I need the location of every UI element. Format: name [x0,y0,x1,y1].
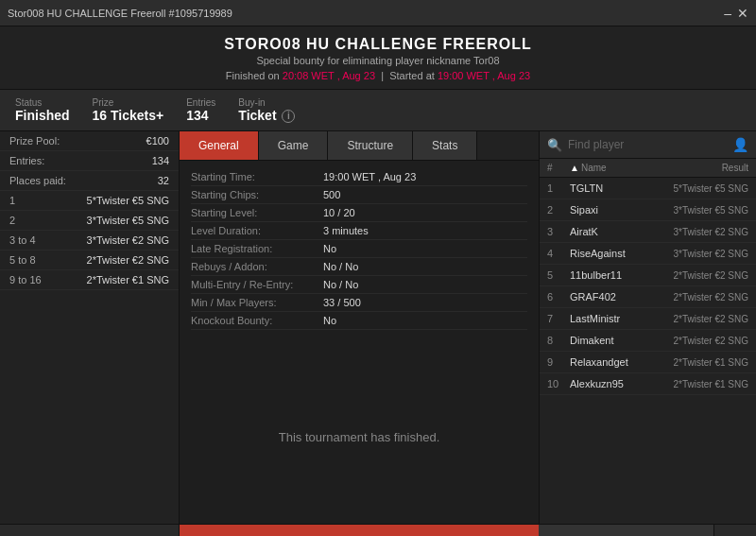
tab-general[interactable]: General [180,131,259,160]
list-item[interactable]: 2Sipaxi3*Twister €5 SNG [540,199,756,221]
prize-row: 3 to 43*Twister €2 SNG [0,231,179,251]
list-item[interactable]: 4RiseAgainst3*Twister €2 SNG [540,243,756,265]
list-item[interactable]: 3AiratK3*Twister €2 SNG [540,221,756,243]
detail-row: Rebuys / Addon:No / No [191,258,527,276]
entries-item: Entries 134 [186,97,215,123]
detail-row: Min / Max Players:33 / 500 [191,294,527,312]
left-panel: Prize Pool:€100Entries:134Places paid:32… [0,131,180,524]
status-item: Status Finished [15,97,70,123]
sort-arrow-icon: ▲ [570,163,579,173]
list-item[interactable]: 1TGLTN5*Twister €5 SNG [540,178,756,199]
tab-stats[interactable]: Stats [413,131,477,160]
prize-value: 16 Tickets+ [93,108,164,123]
prize-label: Prize [93,97,164,108]
tournament-header: STORO08 HU CHALLENGE FREEROLL Special bo… [0,26,756,90]
status-label: Status [15,97,70,108]
col-rank: # [547,163,570,173]
prize-row: Entries:134 [0,151,179,171]
tournament-time: Finished on 20:08 WET , Aug 23 | Started… [0,70,756,81]
tables-button[interactable]: Tables [180,524,539,536]
detail-row: Multi-Entry / Re-Entry:No / No [191,276,527,294]
title-bar: Stor008 HU CHALLENGE Freeroll #109571998… [0,0,756,26]
prize-row: 9 to 162*Twister €1 SNG [0,270,179,290]
status-value: Finished [15,108,70,123]
prize-row: 5 to 82*Twister €2 SNG [0,251,179,270]
buyin-item: Buy-in Ticket i [238,97,295,123]
player-list-header: # ▲ Name Result [540,159,756,178]
prize-table: Prize Pool:€100Entries:134Places paid:32… [0,131,179,524]
list-item[interactable]: 9Relaxandget2*Twister €1 SNG [540,352,756,373]
list-item[interactable]: 6GRAF4022*Twister €2 SNG [540,286,756,308]
col-result: Result [663,163,748,173]
center-panel: GeneralGameStructureStats Starting Time:… [180,131,539,524]
detail-row: Late Registration:No [191,240,527,258]
col-name: ▲ Name [570,163,663,173]
main-lobby-button[interactable]: Main Lobby [539,525,714,536]
entries-label: Entries [186,97,215,108]
close-button[interactable]: ✕ [737,7,748,20]
prize-row: Places paid:32 [0,171,179,191]
entries-value: 134 [186,108,215,123]
window-controls: – ✕ [724,7,748,20]
star-button[interactable]: ★ [714,525,756,536]
detail-row: Starting Time:19:00 WET , Aug 23 [191,168,527,186]
tab-structure[interactable]: Structure [328,131,413,160]
tournament-subtitle: Special bounty for eliminating player ni… [0,55,756,66]
satellites-button[interactable]: Satellites [0,524,180,536]
detail-row: Starting Chips:500 [191,186,527,204]
window-title: Stor008 HU CHALLENGE Freeroll #109571998… [8,8,232,19]
right-panel: 🔍 👤 # ▲ Name Result 1TGLTN5*Twister €5 S… [539,131,756,524]
list-item[interactable]: 7LastMinistr2*Twister €2 SNG [540,308,756,330]
detail-row: Level Duration:3 minutes [191,222,527,240]
list-item[interactable]: 8Dimakent2*Twister €2 SNG [540,330,756,352]
info-bar: Status Finished Prize 16 Tickets+ Entrie… [0,90,756,131]
tab-game[interactable]: Game [259,131,329,160]
search-icon: 🔍 [547,138,562,152]
prize-row: Prize Pool:€100 [0,131,179,151]
detail-row: Starting Level:10 / 20 [191,204,527,222]
add-player-button[interactable]: 👤 [732,137,748,152]
prize-row: 23*Twister €5 SNG [0,211,179,231]
buyin-value: Ticket i [238,108,295,123]
list-item[interactable]: 10Alexkuzn952*Twister €1 SNG [540,373,756,395]
started-time: 19:00 WET , Aug 23 [438,70,530,81]
search-input[interactable] [568,138,727,151]
started-label: Started at [389,70,435,81]
player-list: 1TGLTN5*Twister €5 SNG2Sipaxi3*Twister €… [540,178,756,524]
finished-time: 20:08 WET , Aug 23 [283,70,375,81]
prize-row: 15*Twister €5 SNG [0,191,179,211]
bottom-bar: Satellites Tables Main Lobby ★ [0,524,756,536]
search-bar: 🔍 👤 [540,131,756,159]
tournament-title: STORO08 HU CHALLENGE FREEROLL [0,36,756,53]
buyin-label: Buy-in [238,97,295,108]
finished-label: Finished on [226,70,280,81]
buyin-info-icon[interactable]: i [282,110,295,123]
finished-message: This tournament has finished. [180,350,539,524]
list-item[interactable]: 511bulber112*Twister €2 SNG [540,265,756,286]
minimize-button[interactable]: – [724,7,731,20]
tabs-row: GeneralGameStructureStats [180,131,539,161]
detail-row: Knockout Bounty:No [191,312,527,330]
prize-item: Prize 16 Tickets+ [93,97,164,123]
detail-content: Starting Time:19:00 WET , Aug 23Starting… [180,161,539,350]
